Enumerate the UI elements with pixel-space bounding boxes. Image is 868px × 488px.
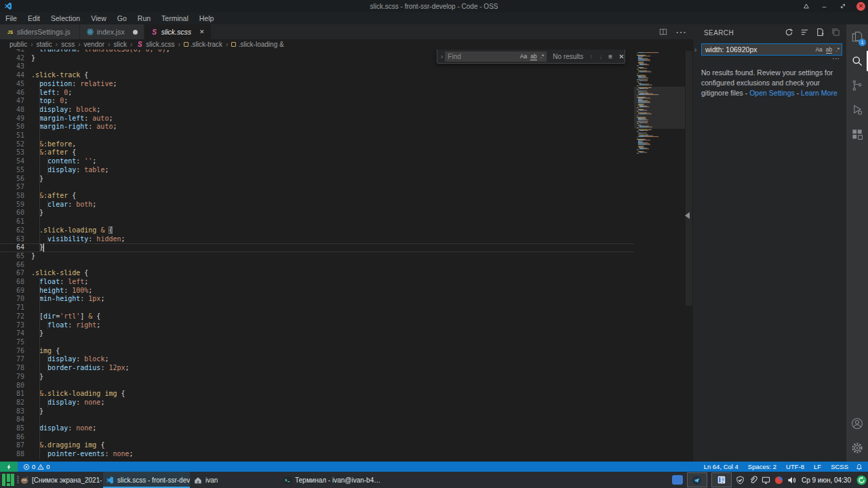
breadcrumb-item[interactable]: .slick-loading &: [231, 41, 283, 48]
code-line: 42}: [0, 54, 35, 63]
collapse-all-icon[interactable]: [831, 28, 841, 37]
code-line: 85 display: none;: [0, 424, 96, 433]
notifications-bell-icon[interactable]: [856, 464, 863, 470]
toggle-replace-chevron-icon[interactable]: ›: [694, 46, 701, 54]
find-input[interactable]: [445, 52, 515, 62]
line-number: 59: [0, 201, 24, 209]
match-case-icon[interactable]: Aa: [815, 46, 822, 54]
open-settings-link[interactable]: Open Settings: [749, 89, 795, 97]
taskbar-button-2[interactable]: ivan: [191, 472, 279, 488]
code-line: 41 transform: translate3d(0, 0, 0);: [0, 49, 170, 54]
display-tray-icon[interactable]: [762, 476, 770, 485]
problems-status[interactable]: 0 0: [23, 463, 50, 470]
volume-tray-icon[interactable]: [787, 476, 796, 485]
editor-scrollbar[interactable]: [685, 49, 693, 462]
maximize-button[interactable]: [838, 2, 847, 11]
accounts-icon[interactable]: [846, 411, 868, 436]
code-line: 67.slick-slide {: [0, 269, 88, 278]
menu-item-terminal[interactable]: Terminal: [156, 14, 194, 22]
breadcrumb-item[interactable]: scss: [61, 41, 75, 48]
regex-icon[interactable]: .*: [540, 53, 545, 60]
search-icon[interactable]: [846, 49, 868, 73]
match-case-icon[interactable]: Aa: [520, 53, 527, 60]
close-find-icon[interactable]: ✕: [618, 53, 624, 60]
search-input[interactable]: [702, 45, 812, 54]
code-line: 63 visibility: hidden;: [0, 235, 125, 244]
red-app-tray-icon[interactable]: [774, 476, 783, 485]
close-window-button[interactable]: ✕: [856, 2, 865, 11]
run-debug-icon[interactable]: [846, 98, 868, 122]
menu-item-run[interactable]: Run: [132, 14, 156, 22]
terminal-icon: [283, 476, 292, 484]
remote-indicator[interactable]: [0, 462, 18, 472]
minimize-button[interactable]: –: [820, 2, 829, 11]
document-tray-icon[interactable]: [711, 472, 732, 487]
refresh-icon[interactable]: [785, 28, 794, 37]
clipboard-tray-icon[interactable]: [749, 476, 757, 485]
breadcrumb-item[interactable]: .slick-track: [184, 41, 222, 48]
menu-item-go[interactable]: Go: [112, 14, 132, 22]
taskbar-button-0[interactable]: [Снимок экрана_2021-06…: [18, 472, 102, 488]
code-editor[interactable]: 41 transform: translate3d(0, 0, 0);42}43…: [0, 49, 693, 462]
taskbar-button-1[interactable]: slick.scss - front-ssr-develo…: [103, 472, 190, 488]
taskbar-clock[interactable]: Ср 9 июн, 04:30: [802, 476, 851, 484]
menu-item-selection[interactable]: Selection: [45, 14, 85, 22]
tab-slick.scss[interactable]: Sslick.scss✕: [144, 24, 211, 39]
split-editor-icon[interactable]: [659, 28, 667, 36]
blue-app-tray-icon[interactable]: [672, 475, 683, 485]
window-controls: – ✕: [802, 0, 865, 12]
extensions-icon[interactable]: [846, 122, 868, 146]
menu-item-help[interactable]: Help: [194, 14, 220, 22]
code-line: 84: [0, 415, 31, 424]
menu-item-view[interactable]: View: [85, 14, 112, 22]
menu-item-edit[interactable]: Edit: [22, 14, 45, 22]
menu-item-file[interactable]: File: [0, 14, 22, 22]
breadcrumb-item[interactable]: static: [36, 41, 52, 48]
previous-match-icon[interactable]: ↑: [589, 53, 593, 60]
regex-icon[interactable]: .*: [835, 46, 840, 54]
tab-index.jsx[interactable]: index.jsx: [80, 24, 144, 39]
line-number: 50: [0, 123, 24, 131]
learn-more-link[interactable]: Learn More: [801, 89, 837, 97]
editor-actions: ⋯: [659, 24, 686, 39]
line-number: 60: [0, 209, 24, 218]
find-in-selection-icon[interactable]: ≡: [608, 53, 612, 60]
status-item[interactable]: Spaces: 2: [748, 463, 776, 470]
more-actions-icon[interactable]: ⋯: [675, 26, 686, 39]
updates-tray-icon[interactable]: [856, 475, 867, 485]
status-item[interactable]: UTF-8: [786, 463, 804, 470]
close-tab-icon[interactable]: ✕: [199, 28, 205, 35]
tab-slidersSettings.js[interactable]: JSslidersSettings.js: [0, 24, 79, 39]
breadcrumb-item[interactable]: slick: [113, 41, 126, 48]
minimap[interactable]: [634, 51, 685, 458]
find-expand-chevron-icon[interactable]: ›: [441, 53, 443, 60]
next-match-icon[interactable]: ↓: [599, 53, 602, 60]
breadcrumb-item[interactable]: Sslick.scss: [136, 41, 174, 49]
telegram-tray-icon[interactable]: [687, 472, 707, 487]
search-input-row: › Aa ab .*: [694, 43, 842, 56]
shield-tray-icon[interactable]: [736, 476, 745, 485]
breadcrumb-item[interactable]: public: [9, 41, 27, 48]
keep-above-button[interactable]: [802, 2, 810, 11]
indent-guide: [47, 235, 48, 244]
breadcrumb-item[interactable]: vendor: [84, 41, 105, 48]
code-line: 78 border-radius: 12px;: [0, 364, 130, 373]
breadcrumb-separator: ›: [130, 41, 132, 48]
app-launcher-manjaro-icon[interactable]: [2, 474, 14, 486]
taskbar-button-3[interactable]: Терминал - ivan@ivan-b4…: [281, 472, 380, 488]
settings-gear-icon[interactable]: [846, 436, 868, 460]
toggle-search-details-icon[interactable]: ···: [693, 56, 846, 62]
code-line: 49 margin-left: auto;: [0, 115, 113, 123]
whole-word-icon[interactable]: ab: [826, 46, 832, 54]
clear-search-results-icon[interactable]: [800, 28, 810, 37]
status-item[interactable]: SCSS: [831, 463, 848, 470]
status-item[interactable]: LF: [814, 463, 821, 470]
line-number: 82: [0, 399, 24, 407]
explorer-icon[interactable]: 1: [846, 24, 868, 49]
minimap-slider[interactable]: [634, 87, 685, 129]
status-item[interactable]: Ln 64, Col 4: [704, 463, 738, 470]
whole-word-icon[interactable]: ab: [530, 53, 536, 60]
source-control-icon[interactable]: [846, 73, 868, 98]
open-search-editor-icon[interactable]: [816, 28, 825, 37]
taskbar-button-label: Терминал - ivan@ivan-b4…: [295, 476, 380, 484]
